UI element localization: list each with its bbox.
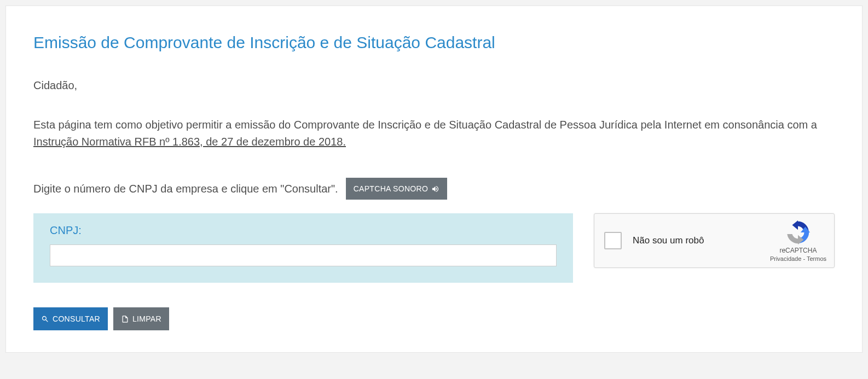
form-row: CNPJ: Não sou um robô reCAPTCHA Privacid… xyxy=(33,213,835,283)
greeting-text: Cidadão, xyxy=(33,79,835,92)
captcha-sonoro-button[interactable]: CAPTCHA SONORO xyxy=(346,178,447,200)
file-icon xyxy=(121,315,129,323)
page-title: Emissão de Comprovante de Inscrição e de… xyxy=(33,33,835,52)
consultar-label: CONSULTAR xyxy=(53,314,100,323)
recaptcha-icon xyxy=(785,219,811,246)
cnpj-input[interactable] xyxy=(50,244,557,266)
instruction-row: Digite o número de CNPJ da empresa e cli… xyxy=(33,178,835,200)
recaptcha-widget: Não sou um robô reCAPTCHA Privacidade - … xyxy=(594,213,835,268)
main-panel: Emissão de Comprovante de Inscrição e de… xyxy=(5,5,863,353)
description-pre: Esta página tem como objetivo permitir a… xyxy=(33,119,817,131)
action-row: CONSULTAR LIMPAR xyxy=(33,307,835,330)
cnpj-label: CNPJ: xyxy=(50,224,557,237)
recaptcha-brand: reCAPTCHA xyxy=(770,247,826,254)
instrucao-normativa-link[interactable]: Instrução Normativa RFB nº 1.863, de 27 … xyxy=(33,136,346,148)
captcha-sonoro-label: CAPTCHA SONORO xyxy=(354,184,428,193)
recaptcha-separator: - xyxy=(801,255,807,262)
sound-icon xyxy=(431,185,439,193)
limpar-label: LIMPAR xyxy=(132,314,161,323)
cnpj-input-box: CNPJ: xyxy=(33,213,573,283)
recaptcha-label: Não sou um robô xyxy=(633,235,770,246)
recaptcha-checkbox[interactable] xyxy=(604,232,622,249)
limpar-button[interactable]: LIMPAR xyxy=(113,307,169,330)
recaptcha-terms-link[interactable]: Termos xyxy=(807,255,826,262)
recaptcha-links: Privacidade - Termos xyxy=(770,255,826,262)
recaptcha-branding: reCAPTCHA Privacidade - Termos xyxy=(770,219,826,262)
recaptcha-privacy-link[interactable]: Privacidade xyxy=(770,255,801,262)
description-text: Esta página tem como objetivo permitir a… xyxy=(33,116,835,150)
consultar-button[interactable]: CONSULTAR xyxy=(33,307,108,330)
instruction-text: Digite o número de CNPJ da empresa e cli… xyxy=(33,183,338,195)
search-icon xyxy=(41,315,49,323)
